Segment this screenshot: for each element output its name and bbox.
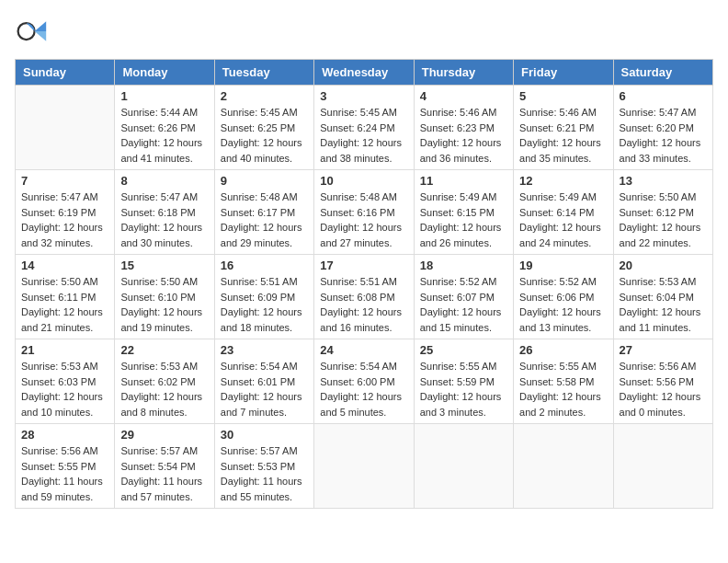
calendar-cell: 24Sunrise: 5:54 AM Sunset: 6:00 PM Dayli… <box>314 339 414 424</box>
day-info: Sunrise: 5:52 AM Sunset: 6:06 PM Dayligh… <box>519 274 607 335</box>
calendar-cell: 4Sunrise: 5:46 AM Sunset: 6:23 PM Daylig… <box>414 86 513 170</box>
day-number: 2 <box>221 89 308 103</box>
day-info: Sunrise: 5:47 AM Sunset: 6:19 PM Dayligh… <box>21 190 108 250</box>
weekday-header-thursday: Thursday <box>414 60 513 86</box>
day-number: 1 <box>120 89 208 103</box>
day-number: 26 <box>519 343 607 357</box>
day-number: 8 <box>120 174 208 188</box>
calendar-cell: 7Sunrise: 5:47 AM Sunset: 6:19 PM Daylig… <box>16 170 115 255</box>
calendar-cell <box>613 424 712 509</box>
calendar-cell: 21Sunrise: 5:53 AM Sunset: 6:03 PM Dayli… <box>16 339 115 424</box>
calendar-cell: 2Sunrise: 5:45 AM Sunset: 6:25 PM Daylig… <box>214 86 313 170</box>
day-number: 4 <box>420 89 507 103</box>
day-number: 20 <box>620 259 707 272</box>
calendar-cell: 16Sunrise: 5:51 AM Sunset: 6:09 PM Dayli… <box>214 255 313 339</box>
calendar-week-row: 7Sunrise: 5:47 AM Sunset: 6:19 PM Daylig… <box>16 170 713 255</box>
logo <box>15 15 51 48</box>
day-info: Sunrise: 5:51 AM Sunset: 6:08 PM Dayligh… <box>320 274 407 335</box>
calendar-cell: 5Sunrise: 5:46 AM Sunset: 6:21 PM Daylig… <box>514 86 613 170</box>
calendar-cell: 28Sunrise: 5:56 AM Sunset: 5:55 PM Dayli… <box>16 424 115 509</box>
day-number: 10 <box>320 174 407 188</box>
day-number: 23 <box>221 343 308 357</box>
day-info: Sunrise: 5:50 AM Sunset: 6:10 PM Dayligh… <box>120 274 208 335</box>
day-number: 13 <box>620 174 707 188</box>
calendar-cell: 13Sunrise: 5:50 AM Sunset: 6:12 PM Dayli… <box>613 170 712 255</box>
weekday-header-monday: Monday <box>115 60 214 86</box>
weekday-header-sunday: Sunday <box>16 60 115 86</box>
day-number: 16 <box>221 259 308 272</box>
day-info: Sunrise: 5:55 AM Sunset: 5:59 PM Dayligh… <box>420 359 507 419</box>
calendar-cell: 22Sunrise: 5:53 AM Sunset: 6:02 PM Dayli… <box>115 339 214 424</box>
day-number: 7 <box>21 174 108 188</box>
calendar-cell: 11Sunrise: 5:49 AM Sunset: 6:15 PM Dayli… <box>414 170 513 255</box>
calendar-cell: 17Sunrise: 5:51 AM Sunset: 6:08 PM Dayli… <box>314 255 414 339</box>
calendar-cell: 6Sunrise: 5:47 AM Sunset: 6:20 PM Daylig… <box>613 86 712 170</box>
day-info: Sunrise: 5:46 AM Sunset: 6:23 PM Dayligh… <box>420 105 507 166</box>
day-number: 22 <box>120 343 208 357</box>
calendar-cell: 29Sunrise: 5:57 AM Sunset: 5:54 PM Dayli… <box>115 424 214 509</box>
calendar-cell: 23Sunrise: 5:54 AM Sunset: 6:01 PM Dayli… <box>214 339 313 424</box>
day-number: 17 <box>320 259 407 272</box>
day-number: 6 <box>620 89 707 103</box>
day-info: Sunrise: 5:45 AM Sunset: 6:25 PM Dayligh… <box>221 105 308 166</box>
day-info: Sunrise: 5:48 AM Sunset: 6:17 PM Dayligh… <box>221 190 308 250</box>
page-header <box>15 15 713 48</box>
weekday-header-tuesday: Tuesday <box>214 60 313 86</box>
calendar-cell: 8Sunrise: 5:47 AM Sunset: 6:18 PM Daylig… <box>115 170 214 255</box>
calendar-header-row: SundayMondayTuesdayWednesdayThursdayFrid… <box>16 60 713 86</box>
calendar-cell <box>414 424 513 509</box>
day-number: 9 <box>221 174 308 188</box>
calendar-cell: 9Sunrise: 5:48 AM Sunset: 6:17 PM Daylig… <box>214 170 313 255</box>
day-info: Sunrise: 5:50 AM Sunset: 6:12 PM Dayligh… <box>620 190 707 250</box>
calendar-cell: 30Sunrise: 5:57 AM Sunset: 5:53 PM Dayli… <box>214 424 313 509</box>
day-info: Sunrise: 5:52 AM Sunset: 6:07 PM Dayligh… <box>420 274 507 335</box>
day-info: Sunrise: 5:54 AM Sunset: 6:00 PM Dayligh… <box>320 359 407 419</box>
day-info: Sunrise: 5:57 AM Sunset: 5:54 PM Dayligh… <box>120 443 208 504</box>
day-info: Sunrise: 5:44 AM Sunset: 6:26 PM Dayligh… <box>120 105 208 166</box>
day-info: Sunrise: 5:45 AM Sunset: 6:24 PM Dayligh… <box>320 105 407 166</box>
day-info: Sunrise: 5:47 AM Sunset: 6:18 PM Dayligh… <box>120 190 208 250</box>
day-number: 29 <box>120 428 208 442</box>
weekday-header-friday: Friday <box>514 60 613 86</box>
calendar-cell: 19Sunrise: 5:52 AM Sunset: 6:06 PM Dayli… <box>514 255 613 339</box>
day-info: Sunrise: 5:49 AM Sunset: 6:15 PM Dayligh… <box>420 190 507 250</box>
calendar-week-row: 28Sunrise: 5:56 AM Sunset: 5:55 PM Dayli… <box>16 424 713 509</box>
calendar-cell: 3Sunrise: 5:45 AM Sunset: 6:24 PM Daylig… <box>314 86 414 170</box>
day-info: Sunrise: 5:49 AM Sunset: 6:14 PM Dayligh… <box>519 190 607 250</box>
day-number: 5 <box>519 89 607 103</box>
day-number: 18 <box>420 259 507 272</box>
day-info: Sunrise: 5:56 AM Sunset: 5:55 PM Dayligh… <box>21 443 108 504</box>
logo-icon <box>15 15 48 48</box>
calendar-cell: 25Sunrise: 5:55 AM Sunset: 5:59 PM Dayli… <box>414 339 513 424</box>
calendar-cell: 27Sunrise: 5:56 AM Sunset: 5:56 PM Dayli… <box>613 339 712 424</box>
day-number: 28 <box>21 428 108 442</box>
day-number: 24 <box>320 343 407 357</box>
day-info: Sunrise: 5:46 AM Sunset: 6:21 PM Dayligh… <box>519 105 607 166</box>
day-info: Sunrise: 5:51 AM Sunset: 6:09 PM Dayligh… <box>221 274 308 335</box>
calendar-cell <box>16 86 115 170</box>
day-number: 19 <box>519 259 607 272</box>
day-number: 25 <box>420 343 507 357</box>
day-number: 3 <box>320 89 407 103</box>
calendar-cell <box>514 424 613 509</box>
day-number: 14 <box>21 259 108 272</box>
day-info: Sunrise: 5:53 AM Sunset: 6:04 PM Dayligh… <box>620 274 707 335</box>
day-info: Sunrise: 5:47 AM Sunset: 6:20 PM Dayligh… <box>620 105 707 166</box>
weekday-header-saturday: Saturday <box>613 60 712 86</box>
day-info: Sunrise: 5:50 AM Sunset: 6:11 PM Dayligh… <box>21 274 108 335</box>
day-number: 21 <box>21 343 108 357</box>
calendar-week-row: 21Sunrise: 5:53 AM Sunset: 6:03 PM Dayli… <box>16 339 713 424</box>
calendar-table: SundayMondayTuesdayWednesdayThursdayFrid… <box>15 59 713 509</box>
day-number: 12 <box>519 174 607 188</box>
day-info: Sunrise: 5:53 AM Sunset: 6:03 PM Dayligh… <box>21 359 108 419</box>
calendar-cell: 18Sunrise: 5:52 AM Sunset: 6:07 PM Dayli… <box>414 255 513 339</box>
day-info: Sunrise: 5:56 AM Sunset: 5:56 PM Dayligh… <box>620 359 707 419</box>
day-info: Sunrise: 5:55 AM Sunset: 5:58 PM Dayligh… <box>519 359 607 419</box>
calendar-cell <box>314 424 414 509</box>
calendar-cell: 20Sunrise: 5:53 AM Sunset: 6:04 PM Dayli… <box>613 255 712 339</box>
day-info: Sunrise: 5:53 AM Sunset: 6:02 PM Dayligh… <box>120 359 208 419</box>
calendar-cell: 15Sunrise: 5:50 AM Sunset: 6:10 PM Dayli… <box>115 255 214 339</box>
day-number: 15 <box>120 259 208 272</box>
calendar-cell: 12Sunrise: 5:49 AM Sunset: 6:14 PM Dayli… <box>514 170 613 255</box>
day-number: 11 <box>420 174 507 188</box>
